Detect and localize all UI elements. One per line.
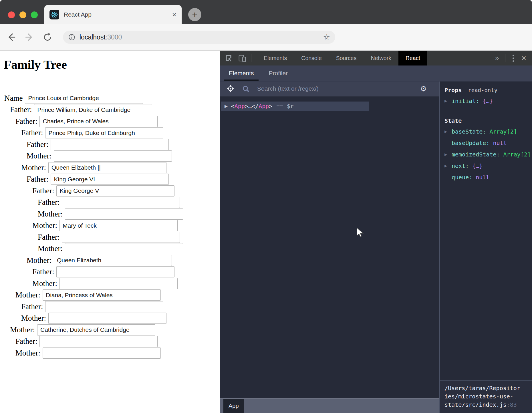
relation-label: Father: [10, 105, 32, 114]
search-icon [242, 85, 250, 93]
state-entry[interactable]: ▶ baseState: Array[2] [444, 128, 532, 136]
person-name-input[interactable] [56, 266, 174, 277]
react-favicon-icon [49, 10, 59, 19]
form-row: Father: [0, 116, 220, 127]
site-info-icon[interactable] [68, 33, 76, 41]
relation-label: Mother: [15, 291, 40, 299]
form-row: Mother: [0, 278, 220, 289]
relation-label: Father: [32, 267, 54, 276]
state-value: Array[2] [503, 151, 531, 158]
devtools-tab[interactable]: Sources [329, 51, 364, 65]
person-name-input[interactable] [34, 104, 152, 115]
state-entry[interactable]: ▶ queue: null [444, 173, 532, 181]
selected-component-row[interactable]: ▶ <App>…</App> == $r [221, 102, 369, 111]
minimize-window-button[interactable] [19, 11, 26, 18]
devtools-tab[interactable]: Elements [257, 51, 294, 65]
relation-label: Father: [27, 175, 48, 184]
form-row: Father: [0, 197, 220, 209]
person-name-input[interactable] [45, 301, 163, 312]
prop-entry[interactable]: ▶ initial: {…} [444, 97, 532, 105]
devtools-tab[interactable]: Network [364, 51, 398, 65]
back-button[interactable] [6, 32, 16, 42]
person-name-input[interactable] [45, 127, 163, 138]
family-tree-form: Name Father: Father: Father: Father: [0, 92, 220, 359]
person-name-input[interactable] [48, 162, 166, 173]
device-toolbar-icon[interactable] [238, 54, 247, 62]
react-subtab[interactable]: Elements [229, 65, 254, 81]
relation-label: Mother: [10, 325, 35, 334]
page-content: Family Tree Name Father: Father: Father: [0, 51, 220, 413]
person-name-input[interactable] [56, 185, 174, 196]
person-name-input[interactable] [51, 139, 169, 150]
person-name-input[interactable] [54, 150, 172, 162]
page-title: Family Tree [4, 57, 67, 72]
address-bar[interactable]: localhost:3000 ☆ [63, 31, 335, 44]
person-name-input[interactable] [65, 209, 183, 220]
url-text[interactable]: localhost:3000 [80, 33, 323, 41]
form-row: Mother: [0, 289, 220, 301]
inspect-element-icon[interactable] [224, 54, 233, 62]
devtools-tab-bar: Elements Console Sources Network React [220, 51, 532, 65]
person-name-input[interactable] [59, 220, 178, 231]
console-reference: == $r [276, 103, 293, 110]
zoom-window-button[interactable] [31, 11, 38, 18]
person-name-input[interactable] [39, 336, 158, 347]
expand-triangle-icon[interactable]: ▶ [444, 152, 449, 156]
prop-key: initial: [452, 98, 479, 104]
person-name-input[interactable] [62, 197, 180, 208]
state-entry[interactable]: ▶ next: {…} [444, 162, 532, 170]
state-entry[interactable]: ▶ baseUpdate: null [444, 139, 532, 147]
person-name-input[interactable] [59, 278, 178, 289]
browser-tab[interactable]: React App × [44, 5, 182, 24]
breadcrumb-bar: App [220, 398, 439, 413]
form-row: Mother: [0, 150, 220, 162]
expand-triangle-icon[interactable]: ▶ [444, 99, 449, 103]
devtools-tab[interactable]: Console [294, 51, 329, 65]
form-row: Mother: [0, 162, 220, 174]
close-window-button[interactable] [8, 11, 15, 18]
devtools-menu-icon[interactable] [512, 54, 515, 63]
relation-label: Name [4, 94, 23, 103]
prop-value: {…} [483, 98, 493, 104]
person-name-input[interactable] [43, 348, 161, 359]
relation-label: Mother: [32, 221, 57, 230]
bookmark-star-icon[interactable]: ☆ [323, 33, 330, 41]
relation-label: Father: [21, 128, 43, 137]
expand-triangle-icon[interactable]: ▶ [225, 104, 228, 108]
locate-component-icon[interactable] [227, 85, 235, 93]
forward-button[interactable] [25, 32, 34, 42]
breadcrumb-item[interactable]: App [223, 399, 244, 413]
settings-gear-icon[interactable]: ⚙ [420, 85, 427, 92]
person-name-input[interactable] [62, 232, 180, 243]
form-row: Mother: [0, 255, 220, 266]
devtools-close-icon[interactable]: × [521, 54, 526, 62]
search-bar: ⚙ [220, 82, 439, 96]
state-key: baseUpdate: [452, 140, 489, 146]
search-input[interactable] [257, 85, 413, 92]
expand-triangle-icon[interactable]: ▶ [444, 164, 449, 168]
source-line-number: :83 [507, 401, 517, 408]
person-name-input[interactable] [54, 255, 172, 266]
tab-close-icon[interactable]: × [172, 11, 176, 18]
form-row: Father: [0, 266, 220, 278]
react-subtab[interactable]: Profiler [269, 65, 288, 81]
person-name-input[interactable] [65, 243, 183, 254]
component-tree: ▶ <App>…</App> == $r [220, 97, 439, 398]
person-name-input[interactable] [43, 289, 161, 301]
new-tab-button[interactable]: + [188, 8, 201, 21]
read-only-badge: read-only [468, 87, 497, 93]
person-name-input[interactable] [51, 174, 169, 185]
reload-button[interactable] [43, 33, 52, 42]
state-header: State [444, 117, 462, 124]
person-name-input[interactable] [39, 116, 158, 127]
person-name-input[interactable] [25, 93, 143, 104]
state-entry[interactable]: ▶ memoizedState: Array[2] [444, 150, 532, 158]
person-name-input[interactable] [37, 324, 155, 335]
more-tabs-chevron-icon[interactable]: » [495, 54, 499, 62]
expand-triangle-icon[interactable]: ▶ [444, 130, 449, 134]
relation-label: Mother: [21, 314, 46, 323]
devtools-tab[interactable]: React [398, 51, 427, 65]
person-name-input[interactable] [48, 313, 166, 324]
source-path-line: state/src/index.js:83 [444, 401, 531, 409]
props-section: Props read-only ▶ initial: {…} [440, 82, 532, 111]
